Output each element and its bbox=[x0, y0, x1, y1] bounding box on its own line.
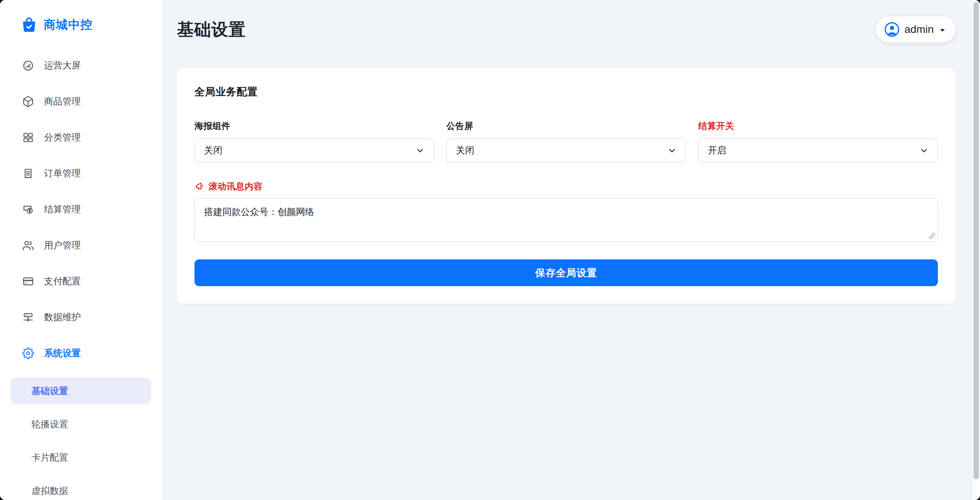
settings-field-grid: 海报组件关闭公告屏关闭结算开关开启 bbox=[194, 120, 938, 162]
sidebar-item-label: 数据维护 bbox=[44, 311, 81, 323]
package-icon bbox=[22, 96, 34, 107]
field-settlement-switch: 结算开关开启 bbox=[698, 120, 938, 162]
select-value: 开启 bbox=[708, 144, 726, 156]
sidebar-subnav: 基础设置轮播设置卡片配置虚拟数据 bbox=[0, 378, 162, 500]
settlement-switch-select[interactable]: 开启 bbox=[698, 138, 938, 162]
field-label: 海报组件 bbox=[194, 120, 434, 132]
topbar: 基础设置 admin bbox=[177, 16, 956, 43]
sidebar-item-label: 分类管理 bbox=[44, 131, 81, 143]
page-title: 基础设置 bbox=[177, 18, 246, 41]
app-window: 商城中控 运营大屏商品管理分类管理订单管理结算管理用户管理支付配置数据维护系统设… bbox=[0, 0, 980, 500]
sidebar-item-label: 支付配置 bbox=[44, 275, 81, 287]
money-icon bbox=[22, 204, 34, 215]
person-circle-icon bbox=[884, 22, 900, 37]
gear-icon bbox=[22, 347, 34, 359]
sidebar-subitem-label: 卡片配置 bbox=[31, 451, 68, 464]
chevron-down-icon bbox=[415, 145, 425, 156]
sidebar-subitem-basic-settings[interactable]: 基础设置 bbox=[11, 378, 151, 404]
logo-text: 商城中控 bbox=[44, 17, 93, 33]
server-icon bbox=[22, 311, 34, 323]
message-textarea[interactable]: 搭建同款公众号：创颜网络 bbox=[194, 198, 938, 242]
gauge-icon bbox=[22, 60, 34, 72]
sidebar-subitem-label: 轮播设置 bbox=[31, 418, 68, 430]
main-area: 基础设置 admin 全局业务配置 海报组件关闭公告屏关闭结算开关开 bbox=[162, 0, 980, 500]
grid-icon bbox=[22, 132, 34, 143]
save-button[interactable]: 保存全局设置 bbox=[194, 259, 938, 286]
message-label: 滚动讯息内容 bbox=[194, 181, 938, 192]
chevron-down-icon bbox=[919, 145, 929, 156]
sidebar-subitem-carousel-settings[interactable]: 轮播设置 bbox=[11, 411, 151, 438]
sidebar-subitem-card-config[interactable]: 卡片配置 bbox=[11, 444, 151, 471]
sidebar-item-product-management[interactable]: 商品管理 bbox=[0, 83, 162, 119]
sidebar-nav: 运营大屏商品管理分类管理订单管理结算管理用户管理支付配置数据维护系统设置 bbox=[0, 47, 162, 371]
sidebar-item-system-settings[interactable]: 系统设置 bbox=[0, 335, 162, 371]
sidebar-item-payment-config[interactable]: 支付配置 bbox=[0, 263, 162, 299]
message-label-text: 滚动讯息内容 bbox=[209, 181, 263, 192]
sidebar-subitem-label: 基础设置 bbox=[31, 385, 68, 397]
field-announcement-screen: 公告屏关闭 bbox=[446, 120, 686, 162]
users-icon bbox=[22, 239, 34, 251]
select-value: 关闭 bbox=[204, 144, 222, 156]
logo: 商城中控 bbox=[0, 14, 162, 36]
receipt-icon bbox=[22, 168, 34, 179]
sidebar-item-label: 商品管理 bbox=[44, 95, 81, 107]
megaphone-icon bbox=[194, 181, 205, 192]
card-icon bbox=[22, 275, 34, 287]
field-label: 结算开关 bbox=[698, 120, 938, 132]
sidebar-item-order-management[interactable]: 订单管理 bbox=[0, 155, 162, 191]
scrollbar[interactable] bbox=[972, 0, 980, 500]
user-name: admin bbox=[905, 23, 934, 36]
sidebar-subitem-virtual-data[interactable]: 虚拟数据 bbox=[11, 477, 151, 500]
field-poster-component: 海报组件关闭 bbox=[194, 120, 434, 162]
field-label: 公告屏 bbox=[446, 120, 686, 132]
chevron-down-icon bbox=[667, 145, 677, 156]
sidebar-item-label: 用户管理 bbox=[44, 239, 81, 251]
sidebar-subitem-label: 虚拟数据 bbox=[31, 485, 68, 497]
card-title: 全局业务配置 bbox=[194, 85, 938, 99]
scrollbar-thumb[interactable] bbox=[973, 2, 979, 479]
user-menu-button[interactable]: admin bbox=[876, 16, 956, 42]
sidebar-item-operations-screen[interactable]: 运营大屏 bbox=[0, 47, 162, 83]
global-settings-card: 全局业务配置 海报组件关闭公告屏关闭结算开关开启 滚动讯息内容 搭建同款公众号：… bbox=[177, 68, 956, 304]
sidebar-item-category-management[interactable]: 分类管理 bbox=[0, 119, 162, 155]
shopping-bag-icon bbox=[21, 16, 38, 33]
sidebar-item-label: 结算管理 bbox=[44, 203, 81, 215]
sidebar-item-data-maintenance[interactable]: 数据维护 bbox=[0, 299, 162, 335]
sidebar-item-label: 系统设置 bbox=[44, 347, 81, 359]
select-value: 关闭 bbox=[456, 144, 474, 156]
sidebar-item-settlement-management[interactable]: 结算管理 bbox=[0, 191, 162, 227]
poster-component-select[interactable]: 关闭 bbox=[194, 138, 434, 162]
sidebar-item-label: 运营大屏 bbox=[44, 59, 81, 72]
sidebar: 商城中控 运营大屏商品管理分类管理订单管理结算管理用户管理支付配置数据维护系统设… bbox=[0, 0, 162, 500]
announcement-screen-select[interactable]: 关闭 bbox=[446, 138, 686, 162]
sidebar-item-user-management[interactable]: 用户管理 bbox=[0, 227, 162, 263]
caret-down-icon bbox=[939, 26, 946, 34]
sidebar-item-label: 订单管理 bbox=[44, 167, 81, 179]
